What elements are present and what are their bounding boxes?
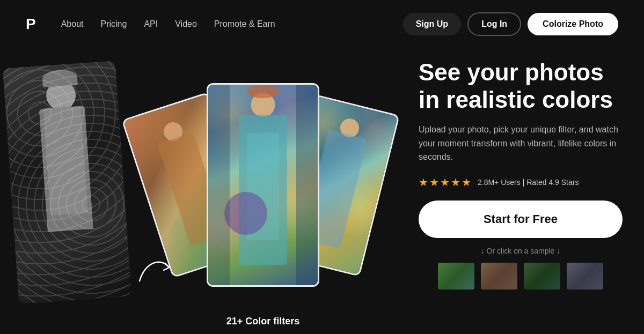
hero-right-content: See your photos in realistic colors Uplo… (419, 59, 623, 291)
hero-headline: See your photos in realistic colors (419, 59, 623, 113)
nav-link-about[interactable]: About (61, 19, 84, 29)
nav-link-api[interactable]: API (144, 19, 158, 29)
cards-caption: 21+ Color filters (118, 316, 408, 327)
nav-links: About Pricing API Video Promote & Earn (61, 19, 403, 29)
nav-actions: Sign Up Log In Colorize Photo (403, 12, 618, 36)
start-for-free-button[interactable]: Start for Free (419, 201, 623, 238)
nav-link-video[interactable]: Video (175, 19, 197, 29)
star-icons: ★★★★★ (419, 176, 472, 189)
ratings-text: 2.8M+ Users | Rated 4.9 Stars (478, 178, 579, 187)
sample-thumb-1[interactable] (437, 262, 475, 291)
hero-subtext: Upload your photo, pick your unique filt… (419, 123, 623, 164)
signup-button[interactable]: Sign Up (403, 13, 461, 35)
sample-thumb-3[interactable] (523, 262, 561, 291)
nav-link-promote[interactable]: Promote & Earn (214, 19, 275, 29)
login-button[interactable]: Log In (467, 12, 521, 36)
sample-thumbnails (419, 262, 623, 291)
doodle-arrow (134, 251, 177, 291)
bw-photo-content (3, 61, 131, 304)
sample-thumb-4[interactable] (566, 262, 604, 291)
navbar: P About Pricing API Video Promote & Earn… (0, 0, 644, 48)
hero-section: 21+ Color filters See your photos in rea… (0, 48, 644, 334)
ratings-row: ★★★★★ 2.8M+ Users | Rated 4.9 Stars (419, 176, 623, 189)
nav-link-pricing[interactable]: Pricing (101, 19, 127, 29)
photo-card-center[interactable] (207, 83, 319, 287)
sample-hint: ↓ Or click on a sample ↓ (419, 247, 623, 255)
sample-thumb-2[interactable] (480, 262, 518, 291)
logo: P (26, 16, 35, 33)
colorize-photo-button[interactable]: Colorize Photo (528, 13, 618, 35)
bw-photo-left (3, 61, 131, 304)
